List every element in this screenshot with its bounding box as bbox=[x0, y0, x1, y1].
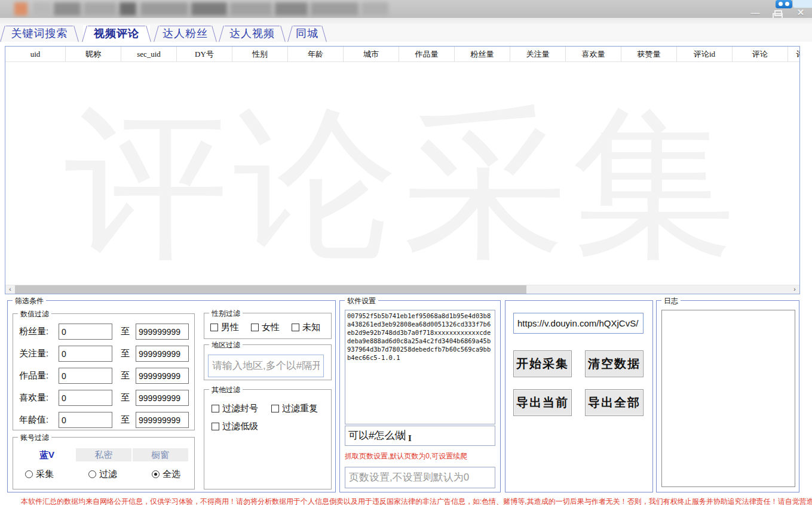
group-title: 筛选条件 bbox=[13, 296, 46, 306]
group-title: 数值过滤 bbox=[18, 309, 51, 319]
video-url-input[interactable] bbox=[513, 313, 644, 334]
likes-min-input[interactable] bbox=[59, 390, 112, 406]
column-header-sec-uid[interactable]: sec_uid bbox=[121, 47, 177, 61]
checkbox-label: 女性 bbox=[262, 322, 280, 332]
to-label: 至 bbox=[121, 348, 130, 359]
column-header-comment[interactable]: 评论 bbox=[733, 47, 788, 61]
restore-button[interactable] bbox=[771, 8, 785, 18]
ibeam-cursor-icon: I bbox=[408, 429, 412, 448]
numeric-filter-group: 数值过滤 粉丝量: 至 关注量: 至 作品量: 至 喜欢量: bbox=[13, 313, 195, 430]
column-header-uid[interactable]: uid bbox=[5, 47, 66, 61]
export-current-button[interactable]: 导出当前 bbox=[513, 389, 572, 416]
radio-icon bbox=[88, 470, 96, 478]
to-label: 至 bbox=[121, 370, 130, 381]
checkbox-label: 男性 bbox=[221, 322, 239, 332]
horizontal-scrollbar[interactable]: ‹ › bbox=[5, 285, 799, 294]
column-header-nickname[interactable]: 昵称 bbox=[66, 47, 121, 61]
disclaimer-text: 本软件汇总的数据均来自网络公开信息，仅供学习体验，不得商用！请勿将分析数据用于个… bbox=[21, 497, 804, 505]
start-collect-button[interactable]: 开始采集 bbox=[513, 350, 572, 377]
fans-min-input[interactable] bbox=[59, 324, 112, 340]
tab-keyword-search[interactable]: 关键词搜索 bbox=[1, 25, 78, 42]
checkbox-label: 过滤重复 bbox=[282, 403, 318, 413]
private-cell[interactable]: 私密 bbox=[76, 448, 131, 461]
radio-icon bbox=[25, 470, 33, 478]
column-header-gender[interactable]: 性别 bbox=[232, 47, 288, 61]
tab-bar: 关键词搜索 视频评论 达人粉丝 达人视频 同城 bbox=[0, 24, 812, 42]
redacted-window-title bbox=[0, 0, 418, 18]
column-header-praised-count[interactable]: 获赞量 bbox=[621, 47, 677, 61]
region-input[interactable] bbox=[208, 355, 324, 377]
radio-label: 过滤 bbox=[99, 469, 117, 479]
column-header-age[interactable]: 年龄 bbox=[288, 47, 344, 61]
filter-duplicate-checkbox[interactable]: 过滤重复 bbox=[271, 403, 318, 414]
column-header-dy-id[interactable]: DY号 bbox=[177, 47, 232, 61]
window-controls: — ✕ bbox=[749, 7, 807, 18]
tab-label: 同城 bbox=[296, 27, 318, 39]
region-filter-group: 地区过滤 bbox=[204, 344, 332, 380]
close-button[interactable]: ✕ bbox=[794, 7, 807, 18]
blue-v-cell[interactable]: 蓝V bbox=[19, 448, 75, 461]
works-min-input[interactable] bbox=[59, 368, 112, 384]
column-header-fans-count[interactable]: 粉丝量 bbox=[455, 47, 510, 61]
column-header-likes-count[interactable]: 喜欢量 bbox=[566, 47, 621, 61]
following-min-input[interactable] bbox=[59, 346, 112, 362]
tab-influencer-videos[interactable]: 达人视频 bbox=[220, 25, 284, 42]
keyword-input[interactable]: 可以#怎么做 I bbox=[345, 426, 495, 446]
select-all-radio[interactable]: 全选 bbox=[152, 469, 180, 480]
column-header-partial[interactable]: 评 bbox=[788, 47, 800, 61]
scrollbar-track[interactable] bbox=[526, 285, 790, 294]
works-max-input[interactable] bbox=[136, 368, 189, 384]
column-header-following-count[interactable]: 关注量 bbox=[510, 47, 566, 61]
other-options-row-1: 过滤封号 过滤重复 bbox=[212, 403, 318, 414]
showcase-cell[interactable]: 橱窗 bbox=[133, 448, 188, 461]
title-bar: — ✕ bbox=[0, 0, 812, 18]
token-textarea[interactable]: 007952f5b5b741eb1ef95068a8d1b95e4d03b8a4… bbox=[345, 310, 495, 424]
scroll-left-arrow-icon[interactable]: ‹ bbox=[5, 285, 15, 294]
filter-radio[interactable]: 过滤 bbox=[88, 469, 117, 480]
scroll-right-arrow-icon[interactable]: › bbox=[790, 285, 799, 294]
male-checkbox[interactable]: 男性 bbox=[210, 322, 239, 333]
likes-count-filter-row: 喜欢量: 至 bbox=[19, 390, 189, 406]
collect-radio[interactable]: 采集 bbox=[25, 469, 54, 480]
following-max-input[interactable] bbox=[136, 346, 189, 362]
clear-data-button[interactable]: 清空数据 bbox=[585, 350, 644, 377]
radio-checked-icon bbox=[152, 470, 160, 478]
to-label: 至 bbox=[121, 326, 130, 337]
column-header-comment-id[interactable]: 评论id bbox=[677, 47, 733, 61]
group-title: 地区过滤 bbox=[209, 340, 243, 350]
software-settings-group: 软件设置 007952f5b5b741eb1ef95068a8d1b95e4d0… bbox=[339, 300, 501, 492]
log-output[interactable] bbox=[661, 310, 795, 487]
app-window: — ✕ 关键词搜索 视频评论 达人粉丝 达人视频 同城 uid bbox=[0, 0, 812, 505]
titlebar-bottom-strip bbox=[0, 18, 812, 24]
account-radio-row: 采集 过滤 全选 bbox=[25, 469, 180, 480]
tab-label: 关键词搜索 bbox=[11, 27, 68, 39]
to-label: 至 bbox=[121, 392, 130, 404]
filter-lowlevel-checkbox[interactable]: 过滤低级 bbox=[212, 421, 258, 432]
column-header-works-count[interactable]: 作品量 bbox=[399, 47, 455, 61]
export-all-button[interactable]: 导出全部 bbox=[585, 389, 644, 416]
radio-label: 全选 bbox=[163, 469, 180, 479]
tab-same-city[interactable]: 同城 bbox=[289, 25, 326, 42]
tab-influencer-fans[interactable]: 达人粉丝 bbox=[155, 25, 216, 42]
checkbox-icon bbox=[210, 324, 218, 331]
page-count-input[interactable] bbox=[345, 467, 495, 488]
checkbox-label: 过滤封号 bbox=[222, 403, 258, 413]
minimize-button[interactable]: — bbox=[749, 8, 762, 18]
group-title: 性别过滤 bbox=[209, 309, 243, 319]
scrollbar-thumb[interactable] bbox=[15, 285, 526, 294]
female-checkbox[interactable]: 女性 bbox=[251, 322, 280, 333]
filter-banned-checkbox[interactable]: 过滤封号 bbox=[212, 403, 258, 414]
gender-options-row: 男性 女性 未知 bbox=[210, 322, 320, 333]
table-header-row: uid 昵称 sec_uid DY号 性别 年龄 城市 作品量 粉丝量 关注量 … bbox=[5, 47, 799, 62]
unknown-checkbox[interactable]: 未知 bbox=[292, 322, 320, 333]
tab-video-comments[interactable]: 视频评论 bbox=[83, 25, 150, 42]
age-min-input[interactable] bbox=[59, 412, 112, 428]
checkbox-icon bbox=[271, 405, 279, 412]
group-title: 其他过滤 bbox=[209, 385, 243, 395]
column-header-city[interactable]: 城市 bbox=[344, 47, 399, 61]
age-max-input[interactable] bbox=[136, 412, 189, 428]
likes-max-input[interactable] bbox=[136, 390, 189, 406]
field-label: 粉丝量: bbox=[19, 326, 59, 337]
fans-max-input[interactable] bbox=[136, 324, 189, 340]
field-label: 关注量: bbox=[19, 348, 59, 359]
